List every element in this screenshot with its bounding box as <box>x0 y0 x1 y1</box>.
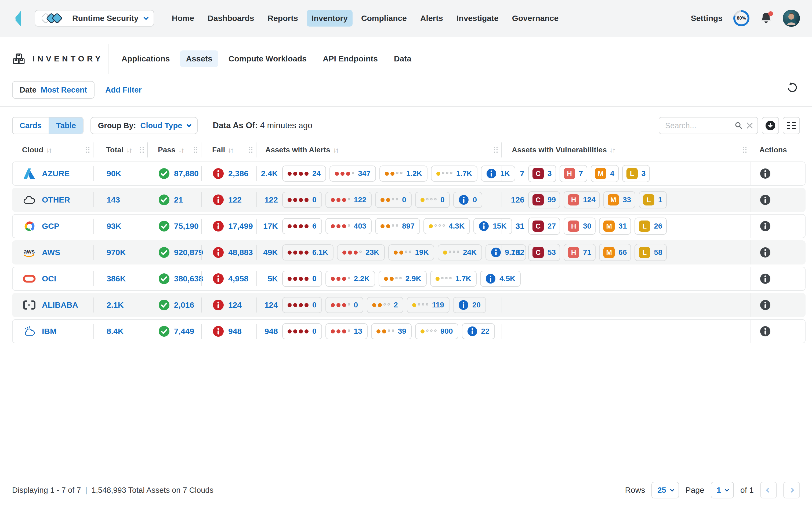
column-header-assets-with-vulnerabilities[interactable]: Assets with Vulnerabilities ↓↑ <box>501 142 750 158</box>
vuln-pill-critical[interactable]: C27 <box>528 218 560 235</box>
total-count-link[interactable]: 8.4K <box>107 327 123 336</box>
alert-pill-medium[interactable]: 19K <box>388 244 434 261</box>
date-filter-value[interactable]: Most Recent <box>41 86 87 95</box>
alert-pill-critical[interactable]: 0 <box>282 192 322 208</box>
vuln-pill-low[interactable]: L1 <box>639 191 667 209</box>
page-select[interactable]: 1 <box>711 482 734 498</box>
alert-pill-high[interactable]: 403 <box>325 218 372 234</box>
total-count-link[interactable]: 90K <box>107 169 121 178</box>
nav-item-investigate[interactable]: Investigate <box>452 10 503 26</box>
date-filter-chip[interactable]: Date Most Recent <box>12 81 95 99</box>
alert-pill-info[interactable]: 20 <box>453 297 486 313</box>
fail-count-link[interactable]: 124 <box>228 300 242 309</box>
cloud-name-link[interactable]: AWS <box>42 248 60 257</box>
alert-pill-high[interactable]: 13 <box>325 323 368 339</box>
column-drag-handle[interactable] <box>86 147 87 148</box>
alert-pill-info[interactable]: 0 <box>453 192 482 208</box>
alerts-total-link[interactable]: 2.4K <box>256 169 278 178</box>
cloud-name-link[interactable]: OCI <box>42 274 56 283</box>
total-count-link[interactable]: 2.1K <box>107 300 123 309</box>
table-row-gcp[interactable]: GCP 93K 75,190 17,499 17K 64038974.3K15K <box>12 214 806 238</box>
table-row-alibaba[interactable]: ALIBABA 2.1K 2,016 124 124 00211920 <box>12 293 806 317</box>
table-row-oci[interactable]: OCI 386K 380,638 4,958 5K 02.2K2.9K1.7K4… <box>12 267 806 291</box>
tab-api-endpoints[interactable]: API Endpoints <box>317 50 384 67</box>
pass-count-link[interactable]: 2,016 <box>174 300 194 309</box>
tab-compute-workloads[interactable]: Compute Workloads <box>222 50 313 67</box>
column-drag-handle[interactable] <box>194 147 195 148</box>
vuln-pill-critical[interactable]: C99 <box>528 191 560 209</box>
cloud-name-link[interactable]: AZURE <box>42 169 69 178</box>
sort-icon[interactable]: ↓↑ <box>333 146 338 154</box>
nav-item-inventory[interactable]: Inventory <box>307 10 353 26</box>
fail-count-link[interactable]: 48,883 <box>228 248 253 257</box>
vuln-pill-high[interactable]: H30 <box>564 218 596 235</box>
alert-pill-high[interactable]: 2.2K <box>325 271 375 287</box>
column-settings-button[interactable] <box>783 117 800 134</box>
pass-count-link[interactable]: 21 <box>174 195 183 205</box>
sort-icon[interactable]: ↓↑ <box>610 146 615 154</box>
vuln-pill-low[interactable]: L3 <box>622 165 650 182</box>
column-header-total[interactable]: Total ↓↑ <box>93 142 147 158</box>
row-actions-info-icon[interactable] <box>760 273 771 284</box>
alert-pill-low[interactable]: 4.3K <box>423 218 470 234</box>
alert-pill-high[interactable]: 347 <box>329 166 376 182</box>
cloud-name-link[interactable]: OTHER <box>42 195 70 205</box>
row-actions-info-icon[interactable] <box>760 221 771 231</box>
tab-data[interactable]: Data <box>388 50 417 67</box>
table-row-other[interactable]: OTHER 143 21 122 122 0122000 126 C9 <box>12 188 806 212</box>
fail-count-link[interactable]: 17,499 <box>228 222 253 231</box>
row-actions-info-icon[interactable] <box>760 247 771 258</box>
alert-pill-critical[interactable]: 0 <box>282 323 322 339</box>
rows-per-page-select[interactable]: 25 <box>651 482 679 498</box>
sort-icon[interactable]: ↓↑ <box>46 146 51 154</box>
pass-count-link[interactable]: 75,190 <box>174 222 199 231</box>
column-drag-handle[interactable] <box>140 147 141 148</box>
table-row-ibm[interactable]: IBM 8.4K 7,449 948 948 0133990022 <box>12 319 806 343</box>
view-toggle-cards[interactable]: Cards <box>13 117 49 133</box>
nav-item-governance[interactable]: Governance <box>507 10 563 26</box>
alert-pill-medium[interactable]: 0 <box>375 192 412 208</box>
vuln-pill-critical[interactable]: C3 <box>528 165 556 182</box>
product-switcher-dropdown[interactable]: Runtime Security <box>35 10 154 26</box>
vuln-pill-medium[interactable]: M31 <box>599 218 631 235</box>
row-actions-info-icon[interactable] <box>760 194 771 205</box>
download-button[interactable] <box>762 117 779 134</box>
alerts-total-link[interactable]: 124 <box>256 300 278 309</box>
vulns-total-link[interactable]: 7 <box>502 169 524 178</box>
fail-count-link[interactable]: 122 <box>228 195 242 205</box>
vuln-pill-high[interactable]: H71 <box>564 244 596 261</box>
nav-item-home[interactable]: Home <box>167 10 199 26</box>
alert-pill-medium[interactable]: 897 <box>375 218 420 234</box>
alert-pill-low[interactable]: 0 <box>415 192 450 208</box>
nav-item-dashboards[interactable]: Dashboards <box>203 10 259 26</box>
alert-pill-low[interactable]: 1.7K <box>431 166 477 182</box>
pass-count-link[interactable]: 380,638 <box>174 274 203 283</box>
nav-item-reports[interactable]: Reports <box>263 10 303 26</box>
fail-count-link[interactable]: 948 <box>228 327 242 336</box>
search-input[interactable] <box>665 121 731 130</box>
vuln-pill-medium[interactable]: M4 <box>591 165 619 182</box>
vulns-total-link[interactable]: 31 <box>502 222 524 231</box>
alerts-total-link[interactable]: 122 <box>256 195 278 205</box>
alert-pill-medium[interactable]: 1.2K <box>379 166 427 182</box>
vulns-total-link[interactable]: 102 <box>502 248 524 257</box>
total-count-link[interactable]: 93K <box>107 222 121 231</box>
alert-pill-critical[interactable]: 6 <box>282 218 322 234</box>
alert-pill-critical[interactable]: 6.1K <box>282 244 334 261</box>
table-row-aws[interactable]: aws AWS 970K 920,879 48,883 49K 6.1K23K1… <box>12 240 806 265</box>
previous-page-button[interactable] <box>760 482 777 498</box>
cloud-name-link[interactable]: GCP <box>42 222 59 231</box>
nav-item-compliance[interactable]: Compliance <box>356 10 412 26</box>
alert-pill-medium[interactable]: 2 <box>367 297 403 313</box>
reset-filters-icon[interactable] <box>786 81 798 93</box>
sort-icon[interactable]: ↓↑ <box>178 146 184 154</box>
usage-gauge[interactable]: 80% <box>733 10 750 26</box>
user-avatar[interactable] <box>783 10 800 27</box>
add-filter-button[interactable]: Add Filter <box>105 86 142 95</box>
tab-assets[interactable]: Assets <box>180 50 218 67</box>
alert-pill-info[interactable]: 22 <box>462 323 495 339</box>
column-drag-handle[interactable] <box>249 147 250 148</box>
settings-link[interactable]: Settings <box>691 14 723 23</box>
column-header-fail[interactable]: Fail ↓↑ <box>201 142 256 158</box>
vuln-pill-high[interactable]: H7 <box>560 165 588 182</box>
